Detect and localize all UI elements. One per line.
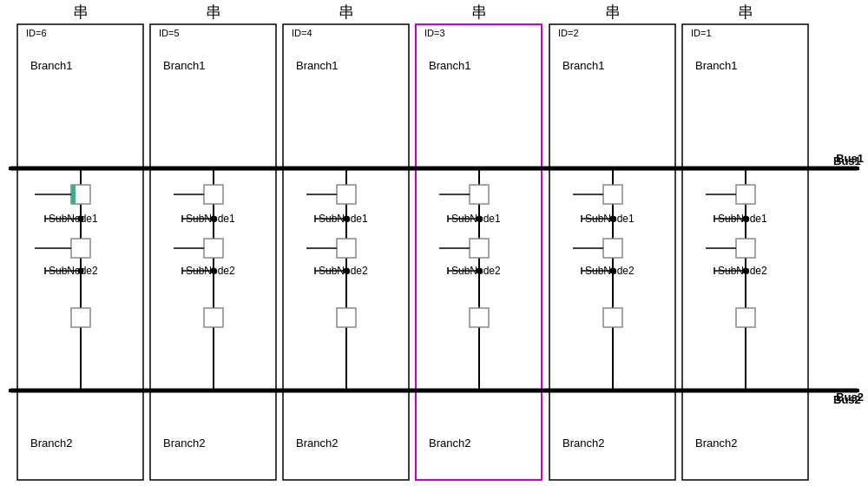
svg-text:串: 串 (605, 3, 621, 21)
svg-text:ID=6: ID=6 (26, 28, 47, 38)
svg-text:ID=2: ID=2 (558, 28, 579, 38)
svg-point-33 (78, 216, 84, 222)
svg-rect-4 (549, 24, 675, 480)
svg-point-47 (211, 216, 217, 222)
svg-text:ID=3: ID=3 (424, 28, 445, 38)
svg-text:SubNode1: SubNode1 (718, 213, 767, 225)
svg-rect-65 (337, 239, 356, 258)
svg-text:串: 串 (73, 3, 89, 21)
svg-text:SubNode2: SubNode2 (319, 265, 368, 277)
svg-text:SubNode1: SubNode1 (585, 213, 635, 225)
bus2-label: Bus2 (836, 391, 864, 404)
svg-rect-59 (337, 185, 356, 204)
svg-rect-51 (204, 239, 223, 258)
svg-rect-118 (71, 185, 76, 204)
bus2-line (9, 389, 859, 392)
svg-rect-57 (204, 308, 223, 327)
svg-rect-1 (150, 24, 276, 480)
svg-text:Branch2: Branch2 (695, 437, 737, 450)
svg-text:SubNode2: SubNode2 (585, 265, 635, 277)
svg-text:SubNode1: SubNode1 (319, 213, 368, 225)
svg-text:串: 串 (339, 3, 354, 21)
svg-rect-5 (682, 24, 808, 480)
svg-text:Branch1: Branch1 (296, 59, 338, 72)
svg-text:SubNode2: SubNode2 (186, 265, 235, 277)
svg-text:串: 串 (206, 3, 221, 21)
svg-text:ID=5: ID=5 (159, 28, 180, 38)
svg-rect-99 (603, 308, 622, 327)
svg-text:ID=1: ID=1 (691, 28, 712, 38)
svg-rect-113 (736, 308, 755, 327)
svg-text:SubNode2: SubNode2 (451, 265, 501, 277)
svg-text:Branch1: Branch1 (30, 59, 72, 72)
svg-point-81 (477, 268, 483, 274)
svg-text:串: 串 (471, 3, 487, 21)
svg-point-53 (211, 268, 217, 274)
svg-text:Branch2: Branch2 (429, 437, 470, 450)
svg-rect-87 (603, 185, 622, 204)
svg-rect-79 (470, 239, 489, 258)
svg-text:Branch2: Branch2 (30, 437, 72, 450)
svg-point-61 (344, 216, 350, 222)
svg-text:Branch1: Branch1 (695, 59, 737, 72)
svg-point-95 (610, 268, 616, 274)
svg-rect-73 (470, 185, 489, 204)
svg-text:Branch1: Branch1 (562, 59, 604, 72)
bus1-label: Bus1 (836, 152, 864, 165)
svg-rect-43 (71, 308, 90, 327)
svg-point-103 (743, 216, 749, 222)
svg-text:ID=4: ID=4 (292, 28, 312, 38)
diagram-svg: 串 ID=6 串 ID=5 串 ID=4 串 ID=3 串 ID=2 串 ID=… (0, 0, 868, 486)
svg-text:SubNode1: SubNode1 (49, 213, 98, 225)
svg-text:Branch2: Branch2 (296, 437, 338, 450)
svg-rect-101 (736, 185, 755, 204)
svg-text:SubNode1: SubNode1 (451, 213, 501, 225)
svg-text:Branch2: Branch2 (562, 437, 604, 450)
svg-rect-71 (337, 308, 356, 327)
svg-text:Branch1: Branch1 (429, 59, 470, 72)
svg-text:Branch2: Branch2 (163, 437, 205, 450)
svg-rect-45 (204, 185, 223, 204)
svg-rect-107 (736, 239, 755, 258)
svg-text:SubNode2: SubNode2 (718, 265, 767, 277)
svg-rect-85 (470, 308, 489, 327)
svg-point-75 (477, 216, 483, 222)
svg-rect-0 (17, 24, 143, 480)
svg-text:串: 串 (738, 3, 753, 21)
bus1-line (9, 167, 859, 170)
svg-rect-31 (71, 185, 90, 204)
svg-point-67 (344, 268, 350, 274)
svg-text:SubNode1: SubNode1 (186, 213, 235, 225)
svg-rect-37 (71, 239, 90, 258)
svg-rect-2 (283, 24, 409, 480)
svg-text:Branch1: Branch1 (163, 59, 205, 72)
svg-point-89 (610, 216, 616, 222)
diagram-container: Bus1 Bus2 串 ID=6 串 ID=5 串 ID=4 (0, 0, 868, 486)
svg-rect-93 (603, 239, 622, 258)
svg-point-39 (78, 268, 84, 274)
svg-rect-3 (416, 24, 542, 480)
svg-text:SubNode2: SubNode2 (49, 265, 98, 277)
svg-point-109 (743, 268, 749, 274)
